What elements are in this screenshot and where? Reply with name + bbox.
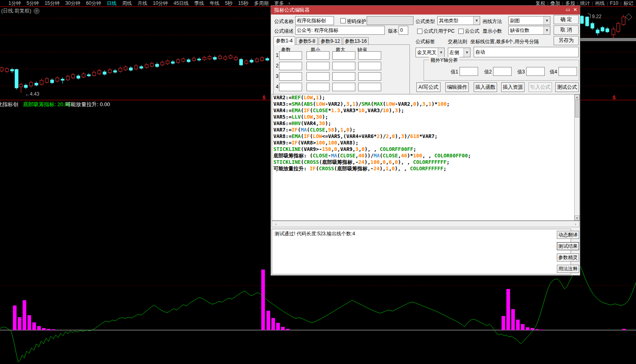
param-row-number: 1 [276, 52, 279, 58]
dynamic-translate-button[interactable]: 动态翻译 [557, 231, 579, 239]
ai-write-formula-button[interactable]: AI写公式 [416, 82, 441, 92]
y-value2-input[interactable] [493, 67, 512, 76]
period-item[interactable]: 月线 [137, 0, 147, 7]
y-value4-input[interactable] [558, 67, 577, 76]
chevron-down-icon[interactable]: ▼ [464, 48, 470, 57]
scroll-right-icon[interactable]: › [573, 221, 578, 227]
svg-text:Ŝ: Ŝ [613, 95, 615, 100]
test-result-button[interactable]: 测试结果 [557, 242, 579, 250]
tab-params-13-16[interactable]: 参数13-16 [343, 37, 369, 45]
period-item[interactable]: 10分钟 [153, 0, 168, 7]
formula-type-select[interactable]: 其他类型▼ [437, 16, 480, 25]
chevron-down-icon[interactable]: ▼ [544, 17, 550, 25]
period-item[interactable]: 日线 [107, 0, 116, 7]
pc-only-checkbox[interactable] [417, 29, 422, 34]
code-line: VAR4:=EMA(IF(CLOSE*1.3,VAR3*10,VAR3/10),… [272, 107, 579, 114]
param-input[interactable] [332, 83, 355, 91]
chevron-down-icon[interactable]: ▼ [438, 48, 444, 57]
insert-resource-button[interactable]: 插入资源 [501, 82, 525, 92]
test-formula-button[interactable]: 测试公式 [555, 82, 579, 92]
trade-rule-select[interactable]: 左侧▼ [448, 48, 470, 57]
y-value1-input[interactable] [460, 67, 478, 76]
horizontal-scrollbar[interactable]: ‹ › [272, 221, 579, 227]
tab-params-5-8[interactable]: 参数5-8 [296, 37, 318, 45]
y-value4-label: 值4 [550, 69, 557, 75]
import-formula-button: 引入公式 [529, 82, 552, 92]
separator: | [620, 1, 621, 6]
period-item[interactable]: 60分钟 [86, 0, 101, 7]
period-item[interactable]: 15秒 [238, 0, 248, 7]
param-input[interactable] [358, 51, 381, 60]
param-input[interactable] [306, 62, 330, 70]
tool-item[interactable]: 统计 [580, 0, 590, 7]
param-input[interactable] [332, 62, 355, 70]
version-input[interactable] [399, 26, 408, 35]
edit-actions-button[interactable]: 编辑操作 [445, 82, 469, 92]
param-input[interactable] [306, 83, 330, 91]
decimals-select[interactable]: 缺省位数▼ [508, 26, 550, 35]
tab-params-1-4[interactable]: 参数1-4 [273, 36, 295, 45]
coord-lines-input[interactable] [474, 47, 579, 57]
period-item[interactable]: 1分钟 [8, 0, 21, 7]
cloud-formula-checkbox[interactable] [458, 29, 464, 34]
formula-desc-input[interactable] [295, 26, 385, 35]
password-protect-checkbox[interactable] [340, 18, 346, 23]
insert-function-button[interactable]: 插入函数 [474, 82, 497, 92]
decimals-label: 显示小数 [483, 28, 502, 35]
param-row-number: 4 [276, 84, 279, 90]
y-value3-input[interactable] [526, 67, 545, 76]
save-as-button[interactable]: 另存为 [554, 36, 579, 45]
close-icon[interactable]: ✕ [572, 7, 578, 13]
scroll-down-icon[interactable]: ▼ [575, 215, 579, 220]
password-protect-label: 密码保护 [347, 18, 366, 25]
period-item[interactable]: 30分钟 [65, 0, 80, 7]
param-row-number: 3 [276, 73, 279, 79]
param-input[interactable] [279, 72, 302, 81]
usage-notes-button[interactable]: 用法注释 [557, 265, 579, 273]
tool-item[interactable]: 标记 [623, 0, 633, 7]
period-item[interactable]: 15分钟 [44, 0, 59, 7]
param-input[interactable] [332, 51, 355, 60]
formula-name-input[interactable] [295, 16, 334, 25]
param-input[interactable] [279, 62, 302, 70]
tab-params-9-12[interactable]: 参数9-12 [319, 37, 342, 45]
param-input[interactable] [332, 72, 355, 81]
formula-code-editor[interactable]: VAR2:=REF(LOW,1);VAR3:=SMA(ABS(LOW-VAR2)… [272, 94, 580, 221]
chart-period-label: (日线.前复权) [1, 8, 31, 15]
period-item[interactable]: 年线 [210, 0, 219, 7]
period-item[interactable]: 周线 [122, 0, 132, 7]
param-input[interactable] [358, 72, 381, 81]
param-input[interactable] [306, 72, 330, 81]
chevron-down-icon[interactable]: ˅ [34, 8, 40, 14]
tool-item[interactable]: F10 [610, 0, 618, 6]
formula-tag-label: 公式标签 [416, 38, 435, 45]
param-input[interactable] [279, 51, 302, 60]
draw-method-select[interactable]: 副图▼ [508, 16, 550, 25]
param-input[interactable] [358, 62, 381, 70]
extra-yaxis-label: 额外Y轴分界 [429, 57, 460, 64]
period-item[interactable]: 5分钟 [27, 0, 39, 7]
period-item[interactable]: 季线 [194, 0, 204, 7]
vertical-scrollbar[interactable]: ▲ ▼ [574, 94, 579, 220]
period-item[interactable]: 多周期 [254, 0, 269, 7]
scroll-up-icon[interactable]: ▲ [575, 94, 579, 99]
param-input[interactable] [279, 83, 302, 91]
ok-button[interactable]: 确 定 [554, 15, 579, 24]
cancel-button[interactable]: 取 消 [554, 25, 579, 35]
param-wizard-button[interactable]: 参数精灵 [557, 253, 579, 261]
scrollbar-thumb[interactable] [575, 100, 580, 117]
scroll-left-icon[interactable]: ‹ [273, 221, 279, 227]
chevron-down-icon[interactable]: ▼ [544, 26, 550, 34]
formula-tag-select[interactable]: 金叉死叉▼ [416, 48, 445, 57]
tool-item[interactable]: 画线 [595, 0, 605, 7]
period-item[interactable]: 45日线 [174, 0, 189, 7]
minimize-icon[interactable]: ▭ [565, 7, 571, 13]
dialog-titlebar[interactable]: 指标公式编辑器 [271, 6, 580, 15]
param-input[interactable] [306, 51, 330, 60]
param-input[interactable] [358, 83, 381, 91]
chevron-down-icon[interactable]: ▼ [473, 17, 480, 25]
test-result-panel: 测试通过! 代码长度:523,输出线个数:4 [272, 229, 571, 274]
code-line: VAR7:=IF(MA(CLOSE,58),1,0); [272, 127, 579, 133]
period-item[interactable]: 5秒 [225, 0, 233, 7]
separator: | [592, 1, 593, 6]
